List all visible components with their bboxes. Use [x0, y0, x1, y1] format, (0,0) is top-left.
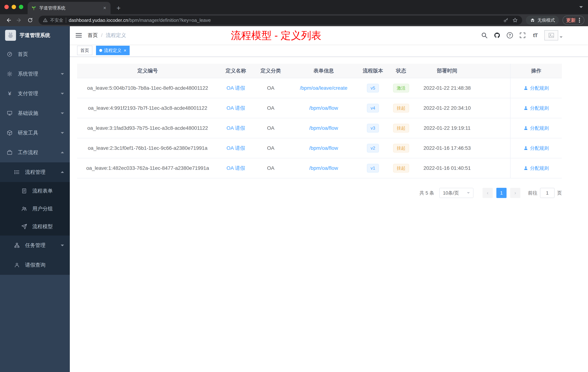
- goto-page-input[interactable]: [540, 188, 555, 198]
- pagination-total: 共 5 条: [420, 190, 434, 196]
- logo-avatar: [5, 30, 16, 41]
- table-header-row: 定义编号 定义名称 定义分类 表单信息 流程版本 状态 部署时间 操作: [77, 64, 562, 78]
- overflow-menu-icon[interactable]: [578, 17, 581, 23]
- form-link[interactable]: /bpm/oa/flow: [309, 145, 338, 151]
- breadcrumb: 首页 / 流程定义: [88, 32, 126, 39]
- assign-rule-link[interactable]: 分配规则: [524, 105, 549, 111]
- active-dot-icon: [99, 49, 102, 52]
- help-icon[interactable]: ?: [506, 32, 514, 39]
- form-link[interactable]: /bpm/oa/flow: [309, 125, 338, 131]
- assign-rule-link[interactable]: 分配规则: [524, 125, 549, 131]
- sidebar-item-home[interactable]: 首页: [0, 44, 70, 64]
- col-header-time: 部署时间: [416, 64, 479, 78]
- security-label[interactable]: 不安全: [50, 17, 63, 23]
- sidebar-item-task-management[interactable]: 任务管理: [0, 236, 70, 255]
- definition-category: OA: [253, 78, 288, 98]
- status-tag: 激活: [393, 84, 409, 92]
- definition-name-link[interactable]: OA 请假: [227, 165, 245, 172]
- next-page-button[interactable]: ›: [510, 188, 520, 198]
- chevron-down-icon: [467, 192, 470, 195]
- current-page-button[interactable]: 1: [496, 188, 506, 198]
- sidebar-item-payment[interactable]: ¥ 支付管理: [0, 84, 70, 103]
- hamburger-icon[interactable]: [70, 33, 88, 37]
- document-icon: [21, 188, 27, 194]
- col-header-actions: 操作: [510, 64, 562, 78]
- sidebar-item-label: 首页: [18, 51, 28, 58]
- sidebar-item-label: 研发工具: [18, 129, 38, 136]
- sidebar-item-user-group[interactable]: 用户分组: [0, 200, 70, 218]
- page-size-select[interactable]: 10条/页: [439, 188, 473, 198]
- prev-page-button[interactable]: ‹: [483, 188, 493, 198]
- incognito-badge: 无痕模式: [526, 16, 559, 25]
- close-window-button[interactable]: [4, 5, 9, 9]
- browser-menu-update-button[interactable]: 更新: [563, 16, 584, 25]
- fullscreen-icon[interactable]: [519, 32, 526, 39]
- assign-rule-link[interactable]: 分配规则: [524, 85, 549, 91]
- tags-view-bar: 首页 流程定义 ×: [70, 44, 588, 57]
- tag-process-definition[interactable]: 流程定义 ×: [96, 46, 130, 55]
- form-link[interactable]: /bpm/oa/flow: [309, 165, 338, 171]
- sidebar-item-process-form[interactable]: 流程表单: [0, 182, 70, 200]
- form-link[interactable]: /bpm/oa/leave/create: [300, 85, 347, 91]
- address-bar[interactable]: 不安全 dashboard.yudao.iocoder.cn/bpm/manag…: [39, 16, 522, 25]
- chevron-up-icon: [61, 150, 64, 153]
- sidebar-item-workflow[interactable]: 工作流程: [0, 143, 70, 162]
- tag-close-icon[interactable]: ×: [124, 48, 126, 53]
- definition-name-link[interactable]: OA 请假: [227, 105, 245, 111]
- deploy-time: 2022-01-22 21:48:38: [416, 78, 479, 98]
- definition-name-link[interactable]: OA 请假: [227, 145, 245, 152]
- deploy-time: 2022-01-16 01:40:51: [416, 158, 479, 178]
- definition-name-link[interactable]: OA 请假: [227, 125, 245, 131]
- zoom-window-button[interactable]: [19, 5, 23, 9]
- status-tag: 挂起: [393, 144, 409, 153]
- page-jumper: 前往 页: [528, 188, 562, 198]
- reload-button[interactable]: [25, 15, 35, 25]
- person-icon: [524, 106, 528, 110]
- col-header-name: 定义名称: [218, 64, 253, 78]
- sidebar-item-process-management[interactable]: 流程管理: [0, 162, 70, 182]
- sidebar-logo[interactable]: 芋道管理系统: [0, 26, 70, 44]
- person-icon: [524, 86, 528, 90]
- bookmark-star-icon[interactable]: [512, 17, 518, 23]
- search-icon[interactable]: [481, 32, 488, 39]
- forward-button[interactable]: [15, 15, 24, 25]
- password-key-icon[interactable]: [503, 17, 509, 23]
- browser-tab[interactable]: 芋道管理系统 ×: [28, 2, 111, 14]
- main-area: 首页 / 流程定义 流程模型 - 定义列表 ? tT: [70, 26, 588, 372]
- url-text[interactable]: dashboard.yudao.iocoder.cn/bpm/manager/d…: [69, 17, 501, 23]
- url-host: dashboard.yudao.iocoder.cn: [69, 17, 128, 23]
- tab-favicon: [31, 5, 36, 11]
- update-label: 更新: [566, 17, 576, 23]
- assign-rule-link[interactable]: 分配规则: [524, 165, 549, 171]
- sidebar-item-devtools[interactable]: 研发工具: [0, 123, 70, 143]
- table-row: oa_leave:5:004b710b-7b8a-11ec-8ef0-acde4…: [77, 78, 562, 98]
- omnibox-divider: [66, 18, 66, 23]
- sidebar-item-leave-query[interactable]: 请假查询: [0, 255, 70, 275]
- font-size-icon[interactable]: tT: [532, 32, 539, 39]
- form-link[interactable]: /bpm/oa/flow: [309, 105, 338, 111]
- sidebar-item-infrastructure[interactable]: 基础设施: [0, 103, 70, 123]
- top-navbar: 首页 / 流程定义 流程模型 - 定义列表 ? tT: [70, 26, 588, 44]
- tab-search-chevron-icon[interactable]: [579, 6, 583, 10]
- deploy-time: 2022-01-22 19:19:11: [416, 118, 479, 138]
- navbar-actions: ? tT: [481, 30, 588, 40]
- app-root: 芋道管理系统 首页 系统管理 ¥ 支付管理 基础设施: [0, 26, 588, 372]
- breadcrumb-current: 流程定义: [106, 32, 126, 39]
- tag-home[interactable]: 首页: [77, 46, 92, 55]
- new-tab-button[interactable]: +: [114, 3, 124, 13]
- browser-toolbar: 不安全 dashboard.yudao.iocoder.cn/bpm/manag…: [0, 14, 588, 26]
- sidebar-item-system[interactable]: 系统管理: [0, 64, 70, 84]
- browser-tabstrip: 芋道管理系统 × +: [0, 0, 588, 14]
- version-tag: v1: [367, 164, 379, 173]
- github-icon[interactable]: [494, 32, 501, 39]
- definition-name-link[interactable]: OA 请假: [227, 85, 245, 92]
- user-menu[interactable]: [544, 30, 563, 40]
- minimize-window-button[interactable]: [12, 5, 16, 9]
- table-row: oa_leave:4:991f2193-7b7f-11ec-a3c8-acde4…: [77, 98, 562, 118]
- back-button[interactable]: [4, 15, 13, 25]
- breadcrumb-home[interactable]: 首页: [88, 32, 98, 39]
- definition-category: OA: [253, 158, 288, 178]
- tab-close-icon[interactable]: ×: [103, 5, 107, 11]
- sidebar-item-process-model[interactable]: 流程模型: [0, 218, 70, 236]
- assign-rule-link[interactable]: 分配规则: [524, 145, 549, 152]
